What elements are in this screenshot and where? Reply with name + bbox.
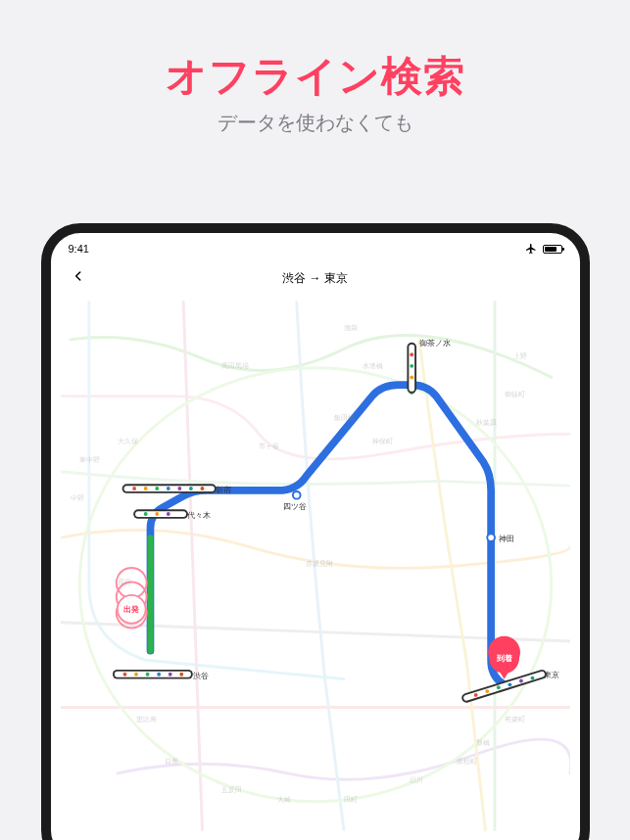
device-frame: 9:41 渋谷 → 東京 — [41, 223, 590, 840]
svg-text:赤坂見附: 赤坂見附 — [306, 560, 333, 567]
arrive-pin-label: 到着 — [495, 653, 511, 663]
svg-point-19 — [145, 673, 149, 677]
svg-text:飯田橋: 飯田橋 — [334, 414, 355, 421]
svg-text:目黒: 目黒 — [164, 758, 177, 765]
label-shibuya: 渋谷 — [192, 672, 208, 680]
back-button[interactable] — [67, 264, 90, 288]
station-hub-yoyogi[interactable]: 代々木 — [137, 511, 210, 520]
svg-text:大久保: 大久保 — [117, 438, 137, 444]
chevron-left-icon — [72, 269, 85, 283]
svg-point-33 — [508, 682, 511, 686]
svg-point-22 — [179, 673, 183, 677]
svg-point-34 — [519, 679, 523, 683]
label-tokyo: 東京 — [544, 671, 559, 679]
svg-point-13 — [155, 512, 159, 516]
svg-point-7 — [177, 487, 181, 490]
svg-point-5 — [155, 487, 159, 490]
svg-text:高田馬場: 高田馬場 — [220, 362, 248, 370]
svg-text:秋葉原: 秋葉原 — [475, 419, 496, 426]
svg-point-17 — [122, 673, 126, 677]
svg-text:東中野: 東中野 — [79, 456, 100, 463]
svg-text:恵比寿: 恵比寿 — [135, 716, 157, 723]
svg-text:原宿: 原宿 — [117, 579, 130, 585]
svg-point-27 — [410, 375, 413, 379]
svg-point-26 — [410, 364, 413, 368]
svg-text:上野: 上野 — [513, 352, 527, 359]
promo-title: オフライン検索 — [0, 49, 630, 104]
svg-text:品川: 品川 — [410, 776, 423, 783]
station-hub-ochanomizu[interactable]: 御茶ノ水 — [410, 339, 451, 389]
svg-point-31 — [485, 689, 489, 693]
svg-text:五反田: 五反田 — [220, 786, 241, 793]
svg-text:中野: 中野 — [70, 494, 83, 501]
svg-text:田町: 田町 — [343, 796, 357, 803]
svg-point-21 — [168, 673, 171, 677]
svg-text:御徒町: 御徒町 — [504, 391, 524, 397]
route-title: 渋谷 → 東京 — [282, 270, 348, 287]
svg-point-36 — [292, 491, 300, 499]
airplane-mode-icon — [525, 243, 537, 255]
svg-point-9 — [200, 487, 204, 490]
label-shinjuku: 新宿 — [215, 486, 230, 494]
svg-text:大崎: 大崎 — [277, 796, 291, 803]
station-hub-tokyo[interactable]: 東京 — [466, 671, 559, 698]
svg-point-35 — [530, 677, 534, 680]
station-kanda[interactable]: 神田 — [487, 534, 514, 543]
svg-point-6 — [166, 487, 170, 490]
battery-icon — [543, 245, 562, 254]
svg-point-3 — [132, 487, 136, 490]
svg-point-30 — [473, 693, 477, 697]
svg-text:市ヶ谷: 市ヶ谷 — [259, 443, 279, 449]
svg-point-4 — [143, 487, 147, 490]
promo-subtitle: データを使わなくても — [0, 110, 630, 136]
svg-point-25 — [410, 352, 413, 356]
nav-header: 渋谷 → 東京 — [61, 264, 570, 292]
status-bar: 9:41 — [61, 241, 570, 264]
status-time: 9:41 — [69, 243, 89, 255]
svg-text:新橋: 新橋 — [475, 739, 489, 746]
station-yotsuya[interactable]: 四ツ谷 — [283, 491, 307, 511]
subway-map[interactable]: 新宿 代々木 渋谷 — [61, 292, 570, 840]
label-yoyogi: 代々木 — [186, 511, 211, 520]
svg-point-20 — [157, 673, 161, 677]
svg-text:池袋: 池袋 — [343, 324, 357, 331]
svg-text:浜松町: 浜松町 — [457, 758, 477, 766]
svg-point-14 — [166, 512, 170, 516]
depart-pin[interactable]: 出発 — [116, 568, 146, 629]
label-kanda: 神田 — [498, 535, 513, 543]
svg-text:水道橋: 水道橋 — [363, 362, 383, 369]
svg-point-8 — [188, 487, 192, 490]
depart-pin-label: 出発 — [123, 605, 139, 614]
svg-point-37 — [487, 534, 495, 541]
svg-point-18 — [134, 673, 138, 677]
station-hub-shibuya[interactable]: 渋谷 — [117, 672, 208, 680]
svg-point-32 — [496, 685, 500, 689]
svg-text:有楽町: 有楽町 — [504, 716, 524, 723]
svg-point-12 — [143, 512, 147, 516]
svg-text:神保町: 神保町 — [371, 438, 392, 444]
station-hub-shinjuku[interactable]: 新宿 — [126, 486, 231, 494]
label-yotsuya: 四ツ谷 — [283, 502, 307, 511]
label-ochanomizu: 御茶ノ水 — [418, 339, 450, 348]
